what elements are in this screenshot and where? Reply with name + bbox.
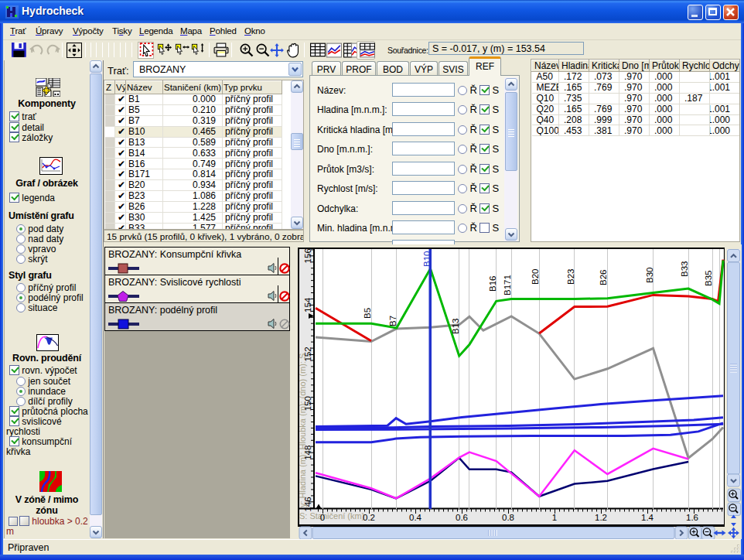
svg-text:1.6: 1.6: [686, 513, 698, 522]
svg-text:S: Staničení (km): S: Staničení (km): [299, 511, 364, 521]
svg-text:B23: B23: [566, 269, 575, 285]
svg-text:B7: B7: [388, 316, 398, 326]
svg-text:150: 150: [303, 396, 312, 411]
svg-text:B20: B20: [531, 269, 540, 285]
svg-text:B10: B10: [422, 251, 432, 267]
svg-text:y: Hladina (m): Hloubka (m): (: y: Hladina (m): Hloubka (m): (dno) (m): …: [298, 353, 307, 507]
svg-text:1.2: 1.2: [595, 513, 607, 522]
svg-text:0.6: 0.6: [456, 513, 468, 522]
svg-text:146: 146: [303, 497, 312, 511]
svg-text:B35: B35: [704, 271, 713, 286]
svg-text:1: 1: [552, 513, 557, 522]
svg-text:0.2: 0.2: [363, 513, 375, 522]
svg-text:0.8: 0.8: [502, 513, 514, 522]
svg-text:148: 148: [303, 446, 312, 460]
svg-text:B16: B16: [488, 276, 497, 292]
svg-text:1.4: 1.4: [641, 513, 654, 522]
svg-text:B26: B26: [599, 270, 608, 285]
svg-text:B30: B30: [645, 268, 654, 283]
svg-text:156: 156: [303, 248, 312, 263]
svg-text:B13: B13: [451, 319, 460, 334]
svg-text:B33: B33: [680, 261, 689, 277]
svg-text:152: 152: [303, 347, 312, 361]
svg-text:0: 0: [320, 513, 325, 522]
svg-text:B5: B5: [363, 308, 372, 319]
svg-text:154: 154: [303, 297, 312, 312]
svg-text:B171: B171: [503, 275, 512, 295]
svg-text:0.4: 0.4: [409, 513, 422, 522]
